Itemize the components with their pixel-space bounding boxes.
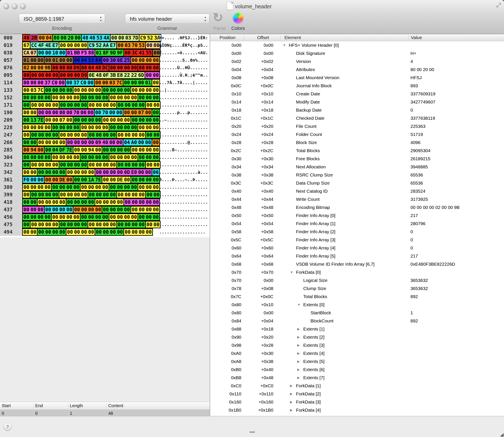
hex-byte[interactable]: 00 [95,184,102,190]
hex-byte[interactable]: 9B [44,65,51,71]
hex-byte[interactable]: 00 [23,124,30,131]
hex-byte[interactable]: 00 [81,65,88,71]
hex-byte[interactable]: 00 [38,102,45,108]
hex-byte[interactable]: 00 [102,207,109,213]
hex-byte[interactable]: 00 [81,207,88,213]
hex-byte[interactable]: 7C [116,79,123,86]
hex-byte[interactable]: 00 [30,229,37,235]
hex-byte[interactable]: 00 [73,87,81,93]
hex-byte[interactable]: 00 [95,87,102,93]
hex-byte[interactable]: 03 [124,42,131,49]
hex-byte[interactable]: 00 [88,154,95,160]
hex-byte[interactable]: 53 [88,57,95,63]
hex-byte[interactable]: 00 [152,177,159,183]
hex-byte[interactable]: 7E [66,147,73,153]
hex-byte[interactable]: 00 [152,154,159,160]
ascii-line[interactable]: Ê......»õ......<AU. [159,49,210,57]
hex-byte[interactable]: 7D [132,35,139,41]
hex-byte[interactable]: 7E [37,117,44,123]
hex-byte[interactable]: 00 [102,57,109,63]
hex-byte[interactable]: 00 [131,147,138,153]
hex-byte[interactable]: 00 [116,154,123,160]
hex-byte[interactable]: 00 [123,65,131,71]
hex-byte[interactable]: 00 [66,192,73,198]
hex-byte[interactable]: 00 [59,102,66,108]
ascii-line[interactable]: gÌONç....ÉRªç..pS.. [159,42,210,49]
hex-byte[interactable]: 00 [37,154,44,160]
hex-byte[interactable]: 00 [38,139,45,146]
hex-byte[interactable]: 04 [52,147,59,153]
hex-byte[interactable]: 9D [109,50,116,56]
hex-byte[interactable]: 00 [88,229,95,235]
hex-byte[interactable]: 00 [123,95,131,101]
hex-byte[interactable]: 00 [131,117,138,123]
hex-byte[interactable]: 00 [109,192,116,198]
hex-byte[interactable]: 00 [102,132,109,138]
hex-byte[interactable]: 00 [52,109,59,116]
hex-byte[interactable]: 00 [66,199,73,205]
hex-byte[interactable]: 00 [23,154,30,160]
ascii-line[interactable]: ................... [159,221,210,228]
hex-byte[interactable]: 00 [73,147,81,153]
hex-byte[interactable]: 00 [52,132,59,138]
hex-byte[interactable]: 00 [152,87,159,93]
hex-byte[interactable]: 00 [23,139,30,146]
tree-row[interactable]: 0x88+0x18▶Extents [1] [210,325,504,333]
hex-byte[interactable]: 00 [131,124,138,131]
hex-byte[interactable]: 00 [66,162,73,168]
hex-byte[interactable]: 00 [109,87,116,93]
hex-byte[interactable]: 00 [30,57,37,63]
hex-byte[interactable]: C9 [88,42,95,49]
hex-byte[interactable]: 00 [102,95,109,101]
hex-byte[interactable]: 00 [31,102,38,108]
hex-byte[interactable]: 00 [95,229,102,235]
hex-byte[interactable]: 00 [23,72,30,78]
hex-byte[interactable]: 00 [45,177,52,183]
hex-byte[interactable]: 00 [123,147,131,153]
hex-byte[interactable]: 00 [138,199,145,205]
hex-byte[interactable]: 00 [138,154,145,160]
hex-byte[interactable]: 00 [138,132,145,138]
hex-byte[interactable]: CA [23,50,30,56]
hex-byte[interactable]: 00 [66,109,73,116]
hex-byte[interactable]: 00 [152,214,159,220]
hex-byte[interactable]: 04 [123,139,131,146]
hex-byte[interactable]: 00 [152,117,159,123]
hex-byte[interactable]: 03 [125,35,132,41]
hex-byte[interactable]: 00 [109,109,116,116]
hex-byte[interactable]: 00 [52,221,59,228]
hex-byte[interactable]: 00 [95,199,102,205]
hex-byte[interactable]: 00 [95,169,102,175]
hex-byte[interactable]: 00 [152,207,159,213]
hex-byte[interactable]: 00 [88,95,95,101]
hex-byte[interactable]: 00 [38,192,45,198]
hex-byte[interactable]: 00 [145,214,152,220]
ascii-line[interactable]: ..|................ [159,86,210,94]
hex-byte[interactable]: 00 [45,169,52,175]
hex-byte[interactable]: 00 [23,192,30,198]
tree-row[interactable]: 0x60+0x60Finder Info Array [4]0 [210,244,504,252]
hex-byte[interactable]: 00 [52,199,59,205]
hex-byte[interactable]: 00 [95,95,102,101]
hex-byte[interactable]: 00 [37,214,44,220]
hex-byte[interactable]: 00 [23,117,30,123]
hex-byte[interactable]: 00 [37,65,44,71]
hex-byte[interactable]: 00 [81,42,88,49]
hex-byte[interactable]: 00 [116,124,123,131]
hex-byte[interactable]: 00 [145,177,152,183]
ascii-line[interactable]: ................... [159,101,210,109]
hex-byte[interactable]: 00 [145,57,152,63]
hex-byte[interactable]: 00 [131,79,138,86]
hex-byte[interactable]: D9 [73,65,80,71]
hex-byte[interactable]: 00 [23,79,30,86]
hex-byte[interactable]: 00 [37,184,44,190]
hex-byte[interactable]: 00 [73,184,80,190]
hex-byte[interactable]: 00 [116,169,123,175]
hex-byte[interactable]: 00 [138,124,145,131]
hex-byte[interactable]: 00 [116,65,123,71]
hex-byte[interactable]: 00 [73,57,81,63]
hex-byte[interactable]: 00 [52,117,59,123]
hex-byte[interactable]: 00 [146,102,153,108]
hex-byte[interactable]: 00 [30,214,37,220]
hex-byte[interactable]: 00 [59,192,66,198]
